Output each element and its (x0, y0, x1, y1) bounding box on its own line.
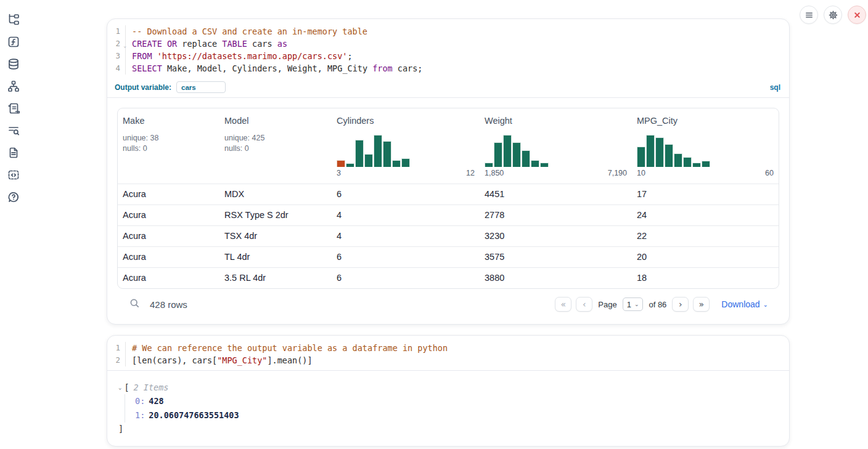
python-output-tree: ⌄ [ 2 Items 0:428 1:20.060747663551403 ] (107, 371, 789, 446)
column-header-make[interactable]: Make unique: 38nulls: 0 (118, 108, 219, 184)
next-page-button[interactable]: › (672, 297, 689, 312)
table-footer: 428 rows « ‹ Page 1 ⌄ of 86 › » Down (117, 289, 779, 314)
snippets-code-icon[interactable] (7, 169, 20, 181)
column-header-mpg-city[interactable]: MPG_City 1060 (632, 108, 779, 184)
code-line: 4 SELECT Make, Model, Cylinders, Weight,… (107, 62, 789, 75)
shutdown-button[interactable] (848, 6, 866, 24)
menu-button[interactable] (800, 6, 818, 24)
first-page-button[interactable]: « (555, 297, 571, 312)
help-icon[interactable] (7, 191, 20, 203)
table-header-row: Make unique: 38nulls: 0 Model unique: 42… (118, 108, 779, 184)
histogram-axis: 1060 (637, 169, 774, 177)
weight-histogram: 1,8507,190 (485, 134, 627, 177)
histogram-axis: 1,8507,190 (485, 169, 627, 177)
gear-icon (829, 10, 838, 20)
last-page-button[interactable]: » (693, 297, 710, 312)
python-editor[interactable]: 1 # We can reference the output variable… (107, 336, 789, 370)
table-row[interactable]: Acura RSX Type S 2dr 4 2778 24 (118, 204, 779, 225)
column-stats: unique: 38nulls: 0 (123, 133, 215, 154)
search-icon[interactable] (129, 298, 140, 311)
code-line: 3 FROM 'https://datasets.marimo.app/cars… (107, 50, 789, 62)
sql-editor[interactable]: 1 -- Download a CSV and create an in-mem… (107, 19, 789, 78)
documentation-icon[interactable] (7, 147, 20, 159)
python-comment: # We can reference the output variable a… (132, 343, 448, 353)
histogram-bars (637, 134, 774, 167)
line-number: 4 (107, 62, 126, 75)
items-count: 2 Items (134, 381, 169, 394)
tree-entry: 1:20.060747663551403 (135, 408, 776, 423)
data-table: Make unique: 38nulls: 0 Model unique: 42… (117, 108, 779, 289)
column-header-cylinders[interactable]: Cylinders 312 (332, 108, 480, 184)
table-row[interactable]: Acura TL 4dr 6 3575 20 (118, 246, 779, 267)
tree-root[interactable]: ⌄ [ 2 Items (118, 381, 776, 394)
histogram-bars (337, 134, 475, 167)
language-badge: sql (770, 83, 780, 92)
top-actions (800, 6, 866, 24)
line-number: 3 (107, 50, 126, 62)
prev-page-button[interactable]: ‹ (576, 297, 592, 312)
file-tree-icon[interactable] (7, 14, 20, 26)
cylinders-histogram: 312 (337, 134, 475, 177)
collapse-chevron-icon[interactable]: ⌄ (118, 381, 121, 394)
database-icon[interactable] (7, 58, 20, 70)
logs-search-icon[interactable] (7, 124, 20, 137)
table-row[interactable]: Acura MDX 6 4451 17 (118, 184, 779, 204)
column-stats: unique: 425nulls: 0 (224, 133, 327, 154)
settings-button[interactable] (824, 6, 842, 24)
page-label: Page (598, 300, 616, 309)
download-button[interactable]: Download ⌄ (721, 299, 768, 309)
histogram-axis: 312 (337, 169, 475, 177)
python-cell: 1 # We can reference the output variable… (107, 335, 790, 447)
notebook-cells: 1 -- Download a CSV and create an in-mem… (107, 18, 790, 447)
sql-cell: 1 -- Download a CSV and create an in-mem… (107, 18, 790, 325)
page-total: of 86 (649, 300, 666, 309)
sql-output: Make unique: 38nulls: 0 Model unique: 42… (107, 98, 789, 324)
histogram-bars (485, 134, 627, 167)
dependency-graph-icon[interactable] (7, 80, 20, 92)
column-header-weight[interactable]: Weight 1,8507,190 (480, 108, 632, 184)
code-line: 1 -- Download a CSV and create an in-mem… (107, 25, 789, 38)
table-row[interactable]: Acura 3.5 RL 4dr 6 3880 18 (118, 267, 779, 288)
line-number: 1 (107, 25, 126, 38)
output-variable-label: Output variable: (115, 83, 171, 92)
page-select[interactable]: 1 ⌄ (623, 297, 644, 311)
chevron-down-icon: ⌄ (763, 301, 768, 308)
sql-comment: -- Download a CSV and create an in-memor… (132, 26, 367, 36)
left-sidebar (0, 0, 27, 449)
code-line: 1 # We can reference the output variable… (107, 342, 789, 354)
pagination: « ‹ Page 1 ⌄ of 86 › » Download ⌄ (555, 297, 768, 312)
tree-entries: 0:428 1:20.060747663551403 (125, 394, 776, 423)
output-variable-input[interactable] (176, 81, 226, 93)
close-icon (853, 10, 862, 20)
column-header-model[interactable]: Model unique: 425nulls: 0 (219, 108, 332, 184)
line-number: 1 (107, 342, 126, 354)
output-variable-bar: Output variable: sql (107, 78, 789, 97)
marimo-notebook: 1 -- Download a CSV and create an in-mem… (0, 0, 868, 449)
row-count: 428 rows (150, 299, 187, 310)
tree-entry: 0:428 (135, 394, 776, 408)
scratchpad-scroll-icon[interactable] (7, 102, 20, 115)
hamburger-icon (805, 10, 814, 20)
mpg-city-histogram: 1060 (637, 134, 774, 177)
line-number: 2 (107, 354, 126, 366)
function-square-icon[interactable] (7, 36, 20, 48)
chevron-down-icon: ⌄ (634, 301, 639, 307)
code-line: 2 [len(cars), cars["MPG_City"].mean()] (107, 354, 789, 366)
code-line: 2⌄ CREATE OR replace TABLE cars as (107, 38, 789, 50)
tree-close-bracket: ] (118, 423, 776, 435)
table-row[interactable]: Acura TSX 4dr 4 3230 22 (118, 225, 779, 246)
line-number: 2⌄ (107, 38, 126, 50)
